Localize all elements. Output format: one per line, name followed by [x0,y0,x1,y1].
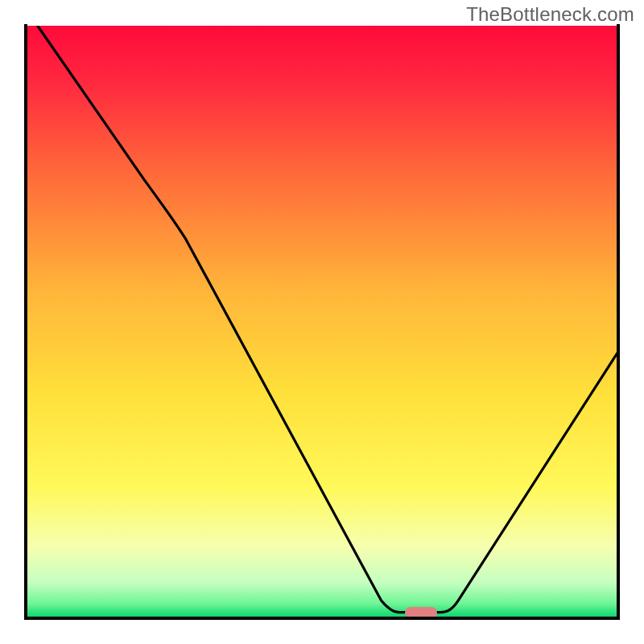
optimal-marker [405,607,437,618]
gradient-background [26,26,618,618]
bottleneck-chart [0,0,644,644]
watermark-text: TheBottleneck.com [466,3,634,26]
chart-container: { "watermark": "TheBottleneck.com", "cha… [0,0,644,644]
